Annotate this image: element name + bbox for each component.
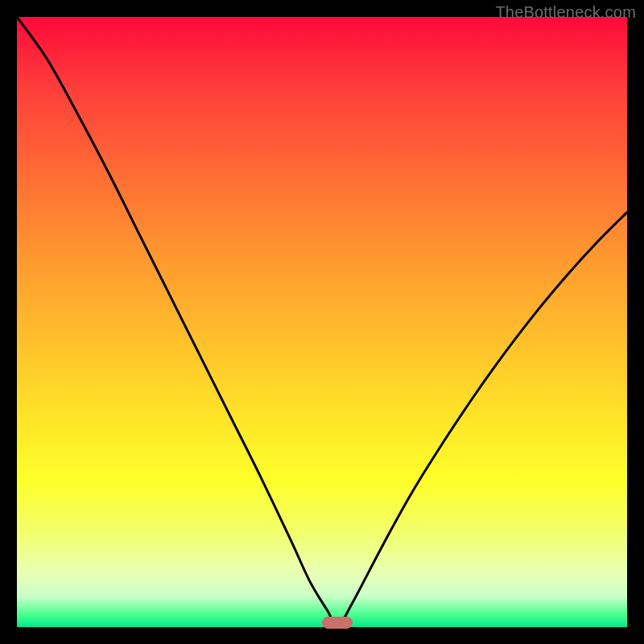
plot-area xyxy=(17,17,627,627)
minimum-marker xyxy=(322,617,353,629)
watermark-text: TheBottleneck.com xyxy=(495,3,636,22)
chart-frame: TheBottleneck.com xyxy=(0,0,644,644)
bottleneck-curve xyxy=(17,17,627,627)
